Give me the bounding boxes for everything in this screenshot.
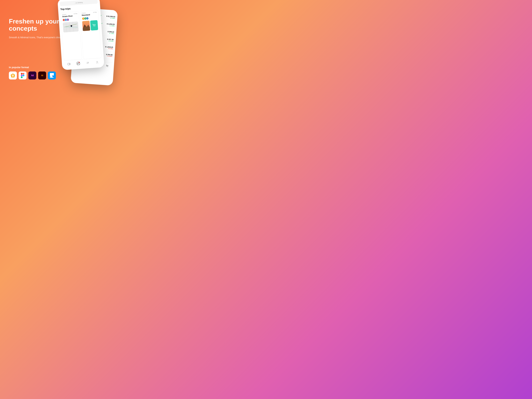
svg-point-15 xyxy=(95,26,95,26)
svg-rect-7 xyxy=(21,76,23,78)
avatar-6: F xyxy=(86,17,89,20)
svg-rect-5 xyxy=(21,75,23,76)
trip1-avatars: A B C xyxy=(62,18,78,21)
left-panel: Freshen up your concepts Smooth & Minima… xyxy=(9,18,66,79)
nav-transfer-icon[interactable] xyxy=(86,61,90,65)
phone-travel: ...to climbing. Top trips 5 hours 12 Dec… xyxy=(57,0,104,70)
mountain-photo xyxy=(82,21,90,31)
trip1-hours: 5 hours xyxy=(62,14,66,15)
svg-rect-6 xyxy=(23,75,24,76)
trip-card-1[interactable]: 5 hours 12 Dec Octain River A B C xyxy=(61,11,82,61)
nav2-transfer-icon[interactable] xyxy=(106,64,109,68)
figma-icon[interactable] xyxy=(19,71,27,79)
svg-marker-8 xyxy=(50,73,54,76)
headline: Freshen up your concepts xyxy=(9,18,66,32)
svg-rect-3 xyxy=(21,73,23,75)
format-label: In popular format xyxy=(9,66,66,69)
trip1-map xyxy=(63,21,79,32)
trip2-avatars: D E F xyxy=(82,16,97,20)
climbing-bar: ...to climbing. xyxy=(60,0,98,6)
ai-icon[interactable]: Ai xyxy=(38,71,46,79)
cart-tile xyxy=(90,20,98,31)
subtitle: Smooth & Minimal Icons, That's everyone'… xyxy=(9,35,66,39)
nav-profile-icon[interactable] xyxy=(95,60,99,64)
framer-icon[interactable] xyxy=(48,71,56,79)
trip2-images xyxy=(82,20,98,31)
svg-rect-17 xyxy=(69,64,70,64)
trips-grid: 5 hours 12 Dec Octain River A B C xyxy=(61,10,101,61)
top-trips-title: Top trips xyxy=(60,5,98,11)
svg-point-14 xyxy=(94,26,94,27)
sketch-icon[interactable] xyxy=(9,71,17,79)
trip-card-2[interactable]: 3 hours 12 Dec Newsland D E F xyxy=(80,10,101,59)
nav-wallet-icon[interactable] xyxy=(67,62,71,66)
svg-rect-4 xyxy=(23,73,24,75)
trip1-date: 12 Dec xyxy=(74,13,77,15)
app-icons-row: Xd Ai xyxy=(9,71,66,79)
avatar-3: C xyxy=(66,18,69,21)
xd-icon[interactable]: Xd xyxy=(28,71,36,79)
svg-point-20 xyxy=(96,61,98,62)
trip2-hours: 3 hours xyxy=(82,12,86,14)
trip2-date: 12 Dec xyxy=(93,12,97,13)
nav-chart-icon[interactable] xyxy=(76,61,80,65)
